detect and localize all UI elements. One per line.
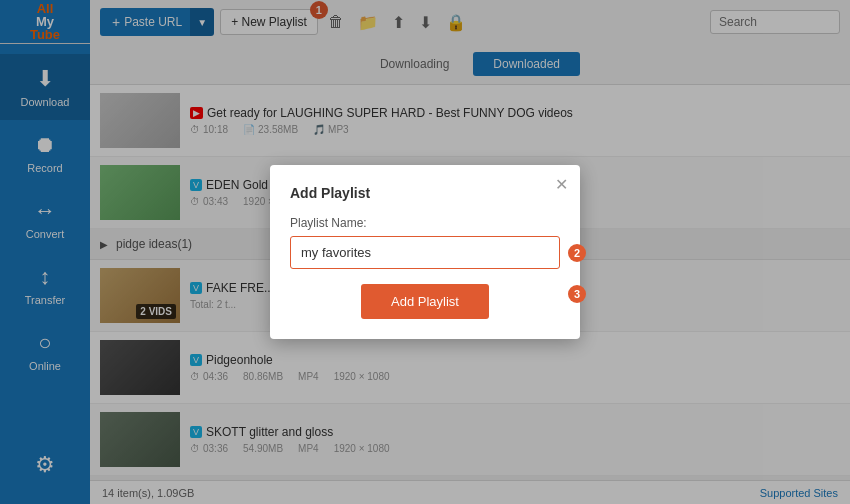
add-playlist-button[interactable]: Add Playlist <box>361 284 489 319</box>
modal-overlay: Add Playlist ✕ Playlist Name: 2 Add Play… <box>0 0 850 504</box>
modal-btn-wrapper: Add Playlist 3 <box>290 269 560 319</box>
modal-input-wrapper: 2 <box>290 236 560 269</box>
modal-label: Playlist Name: <box>290 216 560 230</box>
step2-badge: 2 <box>568 244 586 262</box>
app-container: All My Tube + Paste URL ▼ + New Playlist… <box>0 0 850 504</box>
step3-badge: 3 <box>568 285 586 303</box>
add-playlist-modal: Add Playlist ✕ Playlist Name: 2 Add Play… <box>270 165 580 339</box>
playlist-name-input[interactable] <box>290 236 560 269</box>
modal-close-button[interactable]: ✕ <box>555 175 568 194</box>
modal-title: Add Playlist <box>290 185 560 201</box>
